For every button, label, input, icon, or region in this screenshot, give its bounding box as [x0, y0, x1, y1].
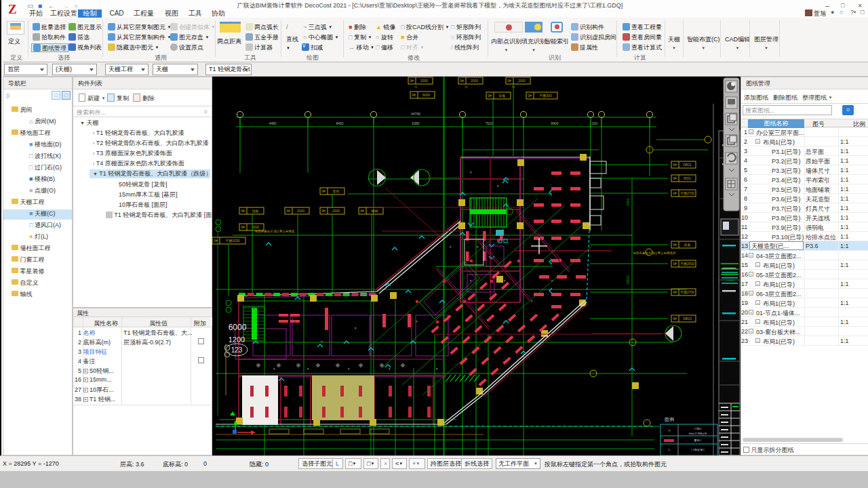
- svg-text:指标: 指标: [252, 209, 259, 214]
- svg-text:0#: 0#: [673, 163, 677, 167]
- svg-text:T3: T3: [465, 85, 468, 89]
- svg-text:8400: 8400: [551, 121, 558, 125]
- svg-text:-1,0485: -1,0485: [725, 279, 734, 282]
- svg-text:饰面石膏板吊顶位置分布撒高度: 饰面石膏板吊顶位置分布撒高度: [633, 251, 677, 255]
- svg-text:P: P: [669, 429, 671, 432]
- svg-text:4480: 4480: [269, 121, 276, 125]
- svg-text:0#: 0#: [507, 79, 511, 83]
- svg-text:平面300: 平面300: [539, 94, 552, 98]
- svg-text:2000: 2000: [297, 209, 304, 213]
- svg-text:6000: 6000: [422, 93, 430, 97]
- svg-text:平面2700: 平面2700: [680, 290, 694, 295]
- svg-text:# 1型反装C: # 1型反装C: [691, 448, 705, 451]
- svg-text:2000: 2000: [252, 225, 259, 229]
- svg-text:0#: 0#: [673, 290, 677, 294]
- svg-text:图例: 图例: [665, 417, 674, 422]
- svg-text:0#: 0#: [673, 317, 677, 321]
- svg-text:0#: 0#: [673, 176, 677, 180]
- svg-text:0#: 0#: [412, 93, 416, 97]
- svg-text:T1: T1: [512, 85, 515, 89]
- svg-text:200: 200: [592, 121, 598, 125]
- svg-text:2000: 2000: [420, 79, 428, 83]
- svg-text:设备: 设备: [498, 94, 506, 98]
- svg-text:2000: 2000: [332, 209, 340, 213]
- svg-text:123: 123: [231, 346, 243, 354]
- svg-text:T1: T1: [414, 85, 418, 89]
- svg-text:8001: 8001: [684, 176, 691, 180]
- svg-text:C: C: [669, 448, 671, 451]
- svg-text:1200: 1200: [229, 336, 245, 344]
- svg-text:2000: 2000: [471, 79, 478, 83]
- svg-text:0#: 0#: [360, 209, 364, 213]
- svg-text:44780: 44780: [411, 112, 420, 116]
- svg-text:平面3150: 平面3150: [225, 239, 239, 243]
- svg-text:DB03: DB03: [683, 317, 692, 321]
- svg-text:0#: 0#: [321, 189, 326, 193]
- svg-text:0#: 0#: [214, 239, 218, 243]
- svg-text:0#: 0#: [321, 209, 326, 213]
- svg-text:0#: 0#: [488, 94, 492, 98]
- svg-text:7510: 7510: [485, 121, 492, 125]
- svg-text:0#: 0#: [460, 79, 464, 83]
- svg-text:0#: 0#: [286, 209, 290, 213]
- svg-text:0#: 0#: [241, 209, 245, 213]
- svg-text:平面2700: 平面2700: [680, 191, 694, 196]
- svg-text:饰面石膏板吊顶位置分布撒高: 饰面石膏板吊顶位置分布撒高: [254, 229, 295, 233]
- svg-text:窗帘C: 窗帘C: [694, 439, 702, 442]
- svg-text:0#: 0#: [528, 94, 532, 98]
- svg-text:#T型C: #T型C: [694, 427, 702, 430]
- svg-text:楼梯: 楼梯: [371, 209, 378, 213]
- svg-text:hfd大理,规格实际: hfd大理,规格实际: [689, 432, 707, 435]
- svg-text:设备: 设备: [684, 243, 691, 247]
- svg-text:2000: 2000: [518, 79, 526, 83]
- svg-text:6380: 6380: [412, 121, 419, 125]
- svg-text:5450: 5450: [626, 198, 630, 205]
- svg-text:0#: 0#: [673, 191, 677, 195]
- svg-text:DB01: DB01: [683, 163, 692, 167]
- svg-text:受控: 受控: [333, 189, 340, 194]
- svg-text:平面2500: 平面2500: [680, 262, 694, 266]
- svg-text:0#: 0#: [410, 79, 414, 83]
- svg-text:0#: 0#: [673, 262, 677, 266]
- svg-text:8400: 8400: [336, 121, 343, 125]
- svg-text:6000: 6000: [229, 323, 247, 332]
- svg-text:0#: 0#: [241, 225, 245, 229]
- svg-text:13600: 13600: [626, 275, 630, 285]
- svg-text:0#: 0#: [673, 243, 677, 247]
